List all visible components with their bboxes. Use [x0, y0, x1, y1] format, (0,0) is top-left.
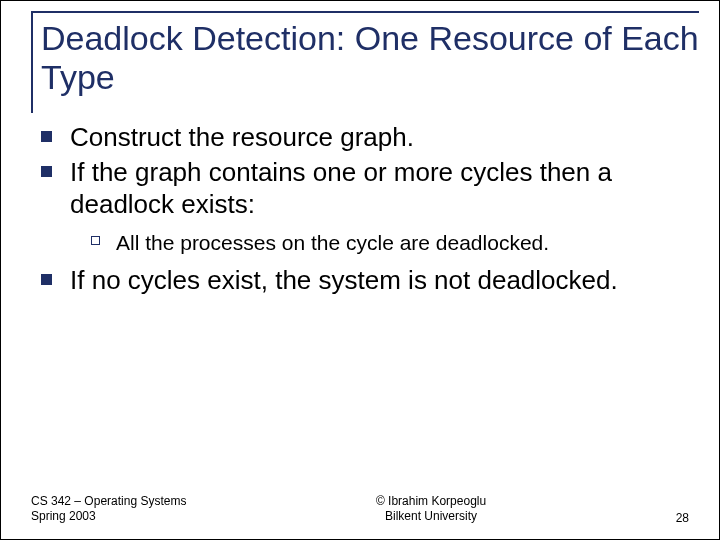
bullet-item: Construct the resource graph.	[41, 121, 689, 154]
institution: Bilkent University	[376, 509, 486, 525]
sub-bullet-text: All the processes on the cycle are deadl…	[116, 229, 549, 256]
copyright: © Ibrahim Korpeoglu	[376, 494, 486, 510]
course-code: CS 342 – Operating Systems	[31, 494, 186, 510]
footer-center: © Ibrahim Korpeoglu Bilkent University	[376, 494, 486, 525]
bullet-item: If no cycles exist, the system is not de…	[41, 264, 689, 297]
square-bullet-icon	[41, 131, 52, 142]
title-block: Deadlock Detection: One Resource of Each…	[31, 11, 699, 97]
square-bullet-icon	[41, 166, 52, 177]
bullet-text: Construct the resource graph.	[70, 121, 414, 154]
slide: Deadlock Detection: One Resource of Each…	[0, 0, 720, 540]
footer-left: CS 342 – Operating Systems Spring 2003	[31, 494, 186, 525]
course-term: Spring 2003	[31, 509, 186, 525]
bullet-item: If the graph contains one or more cycles…	[41, 156, 689, 221]
sub-bullet-item: All the processes on the cycle are deadl…	[91, 229, 689, 256]
hollow-square-bullet-icon	[91, 236, 100, 245]
slide-body: Construct the resource graph. If the gra…	[41, 121, 689, 298]
bullet-text: If no cycles exist, the system is not de…	[70, 264, 618, 297]
bullet-text: If the graph contains one or more cycles…	[70, 156, 689, 221]
slide-title: Deadlock Detection: One Resource of Each…	[31, 19, 699, 97]
page-number: 28	[676, 511, 689, 525]
square-bullet-icon	[41, 274, 52, 285]
footer: CS 342 – Operating Systems Spring 2003 ©…	[31, 494, 689, 525]
